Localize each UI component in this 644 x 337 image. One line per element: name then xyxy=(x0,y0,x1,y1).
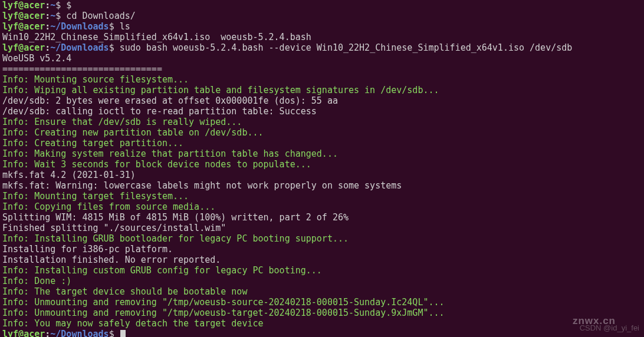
info-line: Info: Unmounting and removing "/tmp/woeu… xyxy=(2,308,642,318)
prompt-colon: : xyxy=(45,21,50,32)
prompt-at: @ xyxy=(18,329,24,337)
prompt-path: ~/Downloads xyxy=(50,21,109,32)
info-line: Info: Wait 3 seconds for block device no… xyxy=(2,159,642,170)
cursor xyxy=(120,330,126,337)
prompt-host: acer xyxy=(24,42,45,53)
info-line: Info: Mounting source filesystem... xyxy=(2,74,642,85)
info-line: Info: You may now safely detach the targ… xyxy=(2,318,642,329)
info-line: Info: Copying files from source media... xyxy=(2,201,642,212)
info-line: Info: Mounting target filesystem... xyxy=(2,191,642,201)
info-line: Info: Installing custom GRUB config for … xyxy=(2,265,642,276)
prompt-user: lyf xyxy=(2,42,18,53)
info-line: Info: Done :) xyxy=(2,276,642,286)
prompt-colon: : xyxy=(45,0,50,11)
terminal-line: lyf@acer:~/Downloads$ xyxy=(2,329,642,337)
prompt-user: lyf xyxy=(2,11,18,21)
prompt-at: @ xyxy=(18,11,24,21)
output-line: /dev/sdb: 2 bytes were erased at offset … xyxy=(2,95,642,106)
prompt-user: lyf xyxy=(2,21,18,32)
prompt-dollar: $ xyxy=(109,42,114,53)
prompt-user: lyf xyxy=(2,329,18,337)
output-line: Win10_22H2_Chinese_Simplified_x64v1.iso … xyxy=(2,32,642,42)
watermark-text: CSDN @id_yi_fei xyxy=(580,323,639,333)
info-line: Info: Ensure that /dev/sdb is really wip… xyxy=(2,117,642,127)
command-text: sudo bash woeusb-5.2.4.bash --device Win… xyxy=(114,42,573,53)
prompt-path: ~/Downloads xyxy=(50,329,109,337)
prompt-host: acer xyxy=(24,21,45,32)
command-text: cd Downloads/ xyxy=(61,11,135,21)
prompt-dollar: $ xyxy=(109,21,114,32)
prompt-dollar: $ xyxy=(55,0,61,11)
prompt-path: ~ xyxy=(50,0,55,11)
terminal-output[interactable]: lyf@acer:~$ $lyf@acer:~$ cd Downloads/ly… xyxy=(2,0,642,337)
output-line: mkfs.fat 4.2 (2021-01-31) xyxy=(2,170,642,180)
output-line: Installing for i386-pc platform. xyxy=(2,244,642,255)
prompt-dollar: $ xyxy=(55,11,61,21)
prompt-colon: : xyxy=(45,329,50,337)
prompt-host: acer xyxy=(24,0,45,11)
info-line: Info: Creating target partition... xyxy=(2,138,642,148)
output-line: mkfs.fat: Warning: lowercase labels migh… xyxy=(2,180,642,191)
info-line: Info: The target device should be bootab… xyxy=(2,286,642,297)
prompt-colon: : xyxy=(45,11,50,21)
prompt-path: ~/Downloads xyxy=(50,42,109,53)
output-line: Finished splitting "./sources/install.wi… xyxy=(2,223,642,233)
output-line: Installation finished. No error reported… xyxy=(2,255,642,265)
command-text: $ xyxy=(61,0,71,11)
info-line: Info: Unmounting and removing "/tmp/woeu… xyxy=(2,297,642,308)
prompt-user: lyf xyxy=(2,0,18,11)
terminal-line: lyf@acer:~/Downloads$ ls xyxy=(2,21,642,32)
prompt-at: @ xyxy=(18,42,24,53)
info-line: Info: Wiping all existing partition tabl… xyxy=(2,85,642,95)
prompt-dollar: $ xyxy=(109,329,114,337)
terminal-line: lyf@acer:~$ $ xyxy=(2,0,642,11)
output-line: Splitting WIM: 4815 MiB of 4815 MiB (100… xyxy=(2,212,642,223)
prompt-at: @ xyxy=(18,21,24,32)
prompt-colon: : xyxy=(45,42,50,53)
info-line: Info: Making system realize that partiti… xyxy=(2,148,642,159)
command-text: ls xyxy=(114,21,130,32)
command-text xyxy=(114,329,120,337)
prompt-path: ~ xyxy=(50,11,55,21)
terminal-line: lyf@acer:~$ cd Downloads/ xyxy=(2,11,642,21)
prompt-host: acer xyxy=(24,11,45,21)
info-line: Info: Creating new partition table on /d… xyxy=(2,127,642,138)
prompt-host: acer xyxy=(24,329,45,337)
output-line: WoeUSB v5.2.4 xyxy=(2,53,642,64)
output-line: /dev/sdb: calling ioctl to re-read parti… xyxy=(2,106,642,117)
prompt-at: @ xyxy=(18,0,24,11)
terminal-line: lyf@acer:~/Downloads$ sudo bash woeusb-5… xyxy=(2,42,642,53)
info-line: Info: Installing GRUB bootloader for leg… xyxy=(2,233,642,244)
output-line: ============================== xyxy=(2,64,642,74)
